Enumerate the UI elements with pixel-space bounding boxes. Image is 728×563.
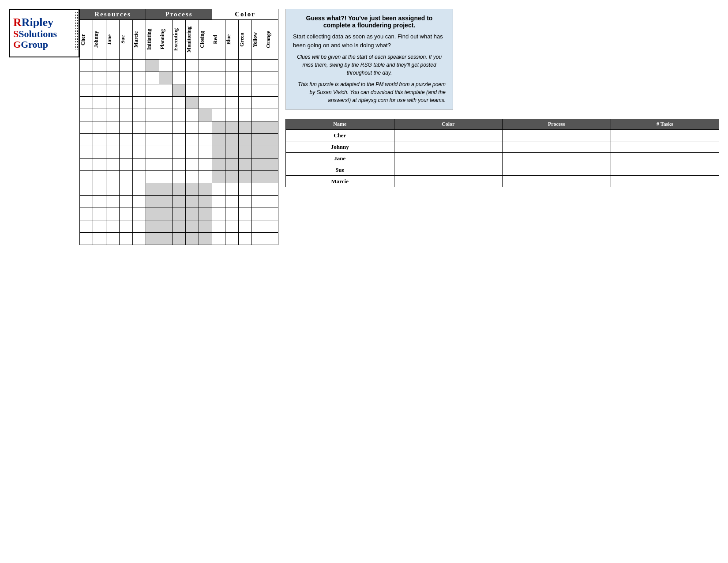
info-box-body2: Clues will be given at the start of each… [293, 53, 446, 77]
summary-tasks-sue [611, 164, 719, 176]
summary-color-jane [394, 153, 503, 164]
col-initiating: Initiating [146, 20, 159, 60]
process-header: Process [146, 9, 212, 20]
table-row [80, 109, 278, 121]
logo-r: R [13, 16, 22, 29]
summary-tasks-marcie [611, 176, 719, 187]
summary-color-cher [394, 130, 503, 141]
summary-tasks-jane [611, 153, 719, 164]
info-box: Guess what?! You've just been assigned t… [285, 9, 453, 110]
col-red: Red [212, 20, 225, 60]
table-row [80, 72, 278, 84]
logo-group: Group [21, 39, 48, 50]
table-row [80, 60, 278, 72]
table-row [80, 121, 278, 134]
summary-name-cher: Cher [286, 130, 394, 141]
summary-row-cher: Cher [286, 130, 719, 141]
col-green: Green [239, 20, 252, 60]
summary-name-sue: Sue [286, 164, 394, 176]
col-monitoring: Monitoring [186, 20, 199, 60]
table-row [80, 233, 278, 245]
summary-color-sue [394, 164, 503, 176]
summary-process-johnny [503, 141, 611, 153]
summary-col-tasks: # Tasks [611, 119, 719, 130]
logo-solutions: Solutions [19, 28, 57, 39]
info-box-body1: Start collecting data as soon as you can… [293, 32, 446, 49]
logo: RRipley SSolutions GGroup [9, 9, 79, 57]
col-sue: Sue [120, 20, 133, 60]
summary-col-name: Name [286, 119, 394, 130]
summary-process-sue [503, 164, 611, 176]
table-row [80, 84, 278, 97]
summary-color-johnny [394, 141, 503, 153]
col-marcie: Marcie [133, 20, 146, 60]
col-johnny: Johnny [93, 20, 106, 60]
col-cher: Cher [80, 20, 93, 60]
summary-col-process: Process [503, 119, 611, 130]
logo-ripley: Ripley [22, 16, 53, 29]
summary-row-johnny: Johnny [286, 141, 719, 153]
summary-table: Name Color Process # Tasks Cher Johnny [285, 119, 719, 187]
table-row [80, 183, 278, 196]
summary-row-jane: Jane [286, 153, 719, 164]
summary-color-marcie [394, 176, 503, 187]
table-row [80, 146, 278, 159]
summary-row-marcie: Marcie [286, 176, 719, 187]
summary-name-johnny: Johnny [286, 141, 394, 153]
table-row [80, 208, 278, 220]
resources-header: Resources [80, 9, 146, 20]
table-row [80, 159, 278, 171]
summary-process-cher [503, 130, 611, 141]
main-puzzle-table: Resources Process Color Cher Johnny Jane… [79, 9, 278, 245]
logo-s: S [13, 28, 19, 39]
col-closing: Closing [199, 20, 212, 60]
col-planning: Planning [159, 20, 173, 60]
summary-name-marcie: Marcie [286, 176, 394, 187]
col-executing: Executing [173, 20, 186, 60]
logo-g: G [13, 39, 21, 50]
col-orange: Orange [265, 20, 278, 60]
col-yellow: Yellow [252, 20, 265, 60]
col-jane: Jane [106, 20, 120, 60]
summary-row-sue: Sue [286, 164, 719, 176]
table-row [80, 196, 278, 208]
summary-col-color: Color [394, 119, 503, 130]
table-row [80, 97, 278, 109]
summary-tasks-cher [611, 130, 719, 141]
info-box-footer: This fun puzzle is adapted to the PM wor… [293, 80, 446, 104]
info-box-title: Guess what?! You've just been assigned t… [293, 15, 446, 29]
summary-process-marcie [503, 176, 611, 187]
summary-process-jane [503, 153, 611, 164]
summary-name-jane: Jane [286, 153, 394, 164]
summary-tasks-johnny [611, 141, 719, 153]
table-row [80, 171, 278, 183]
table-row [80, 134, 278, 146]
color-header: Color [212, 9, 278, 20]
col-blue: Blue [225, 20, 239, 60]
table-row [80, 220, 278, 233]
